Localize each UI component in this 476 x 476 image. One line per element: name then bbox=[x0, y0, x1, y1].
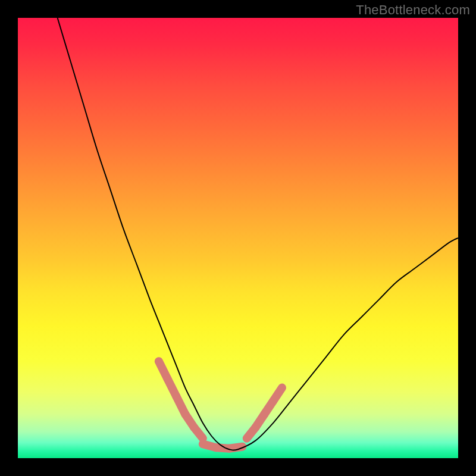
watermark-text: TheBottleneck.com bbox=[356, 2, 470, 18]
marker-segment bbox=[273, 388, 282, 401]
plot-area bbox=[18, 18, 458, 458]
bottleneck-curve bbox=[58, 18, 458, 450]
curve-layer bbox=[18, 18, 458, 458]
chart-frame: TheBottleneck.com bbox=[0, 0, 476, 476]
good-zone-markers bbox=[159, 361, 282, 449]
marker-segment bbox=[194, 427, 203, 439]
